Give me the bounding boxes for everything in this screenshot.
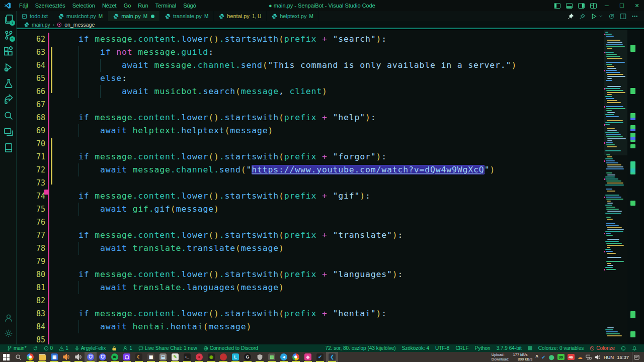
code-line-84[interactable]: 84 await hentai.hentai(message): [17, 320, 604, 333]
speaker-app-icon[interactable]: [72, 352, 85, 362]
scrollbar-track[interactable]: [640, 30, 644, 344]
menu-súgó[interactable]: Súgó: [180, 0, 200, 11]
defender-shield-icon[interactable]: [254, 352, 266, 362]
git-removed-marker[interactable]: [44, 190, 49, 195]
activity-live-share-icon[interactable]: [0, 92, 17, 108]
close-button[interactable]: ✕: [630, 0, 644, 11]
minimap[interactable]: [604, 30, 627, 344]
menu-fájl[interactable]: Fájl: [16, 0, 32, 11]
color-wheel-app-icon[interactable]: [290, 352, 302, 362]
code-line-65[interactable]: 65 else:: [17, 72, 604, 85]
nvidia-app-icon[interactable]: ◉: [205, 352, 217, 362]
code-line-73[interactable]: 73: [17, 176, 604, 190]
tray-cloud-app-icon[interactable]: ☁: [578, 354, 583, 360]
tray-expand-icon[interactable]: ^: [535, 354, 538, 360]
account-icon[interactable]: [0, 310, 17, 326]
volume-mixer-icon[interactable]: [60, 352, 72, 362]
taskbar-search-icon[interactable]: [12, 352, 24, 362]
check-app-icon[interactable]: ✔: [314, 352, 326, 362]
code-line-78[interactable]: 78 await translate.translate(message): [17, 242, 604, 255]
customize-layout-icon[interactable]: [588, 0, 599, 11]
keyboard-language[interactable]: HUN: [604, 354, 614, 360]
activity-search-icon[interactable]: [0, 108, 17, 124]
status-argylefelix[interactable]: ArgyleFelix: [71, 344, 109, 352]
pink-app-icon[interactable]: ◈: [302, 352, 314, 362]
remote-app-icon[interactable]: ⬓: [157, 352, 169, 362]
terminal-app-icon[interactable]: ›_: [181, 352, 193, 362]
overview-ruler[interactable]: [627, 30, 644, 344]
breadcrumb-symbol[interactable]: on_message: [64, 22, 95, 28]
status-sz-k-z-k-4[interactable]: Szóközök: 4: [399, 344, 432, 352]
code-line-74[interactable]: 74 if message.content.lower().startswith…: [17, 190, 604, 203]
code-line-82[interactable]: 82: [17, 294, 604, 307]
status-lock-icon[interactable]: [109, 344, 120, 352]
cpu-temp-badge[interactable]: 46: [568, 354, 575, 360]
history-icon[interactable]: [608, 13, 615, 20]
menu-nézet[interactable]: Nézet: [99, 0, 120, 11]
status-colorize[interactable]: Colorize: [587, 344, 618, 352]
tray-green-app-icon[interactable]: ⬤: [548, 354, 554, 360]
code-line-77[interactable]: 77 if message.content.lower().startswith…: [17, 229, 604, 242]
taskbar-clock[interactable]: 15:37: [617, 354, 629, 360]
run-icon[interactable]: [591, 13, 597, 20]
tab-helptext.py[interactable]: helptext.pyM: [267, 11, 319, 21]
photos-app-icon[interactable]: ▣: [48, 352, 60, 362]
status-utf-8[interactable]: UTF-8: [432, 344, 452, 352]
status-main-[interactable]: main*: [4, 344, 30, 352]
red-dot-app-icon[interactable]: [217, 352, 229, 362]
network-icon[interactable]: [586, 354, 592, 360]
tab-musicbot.py[interactable]: musicbot.pyM: [53, 11, 108, 21]
status-feedback-icon[interactable]: [618, 344, 629, 352]
breadcrumb-file[interactable]: main.py: [32, 22, 50, 28]
activity-files-icon[interactable]: 1: [0, 11, 17, 27]
crescent-app-icon[interactable]: ☾: [133, 352, 145, 362]
code-line-68[interactable]: 68 if message.content.lower().startswith…: [17, 111, 604, 124]
volume-icon[interactable]: [595, 354, 601, 360]
tab-translate.py[interactable]: translate.pyM: [160, 11, 214, 21]
activity-remote-explorer-icon[interactable]: [0, 124, 17, 140]
code-line-66[interactable]: 66 await musicbot.search(message, client…: [17, 85, 604, 98]
activity-run-debug-icon[interactable]: [0, 59, 17, 75]
code-line-63[interactable]: 63 if not message.guild:: [17, 46, 604, 59]
code-editor[interactable]: 62 if message.content.lower().startswith…: [17, 30, 604, 344]
status-3-7-9-64-bit[interactable]: 3.7.9 64-bit: [494, 344, 525, 352]
toggle-secondary-sidebar-icon[interactable]: [576, 0, 587, 11]
spotify-icon[interactable]: ≋: [109, 352, 121, 362]
activity-notebook-icon[interactable]: [0, 140, 17, 156]
activity-extensions-icon[interactable]: [0, 43, 17, 59]
code-line-67[interactable]: 67: [17, 98, 604, 111]
pixel-app-icon[interactable]: ▦: [145, 352, 157, 362]
activity-source-control-icon[interactable]: 5: [0, 27, 17, 43]
status-python[interactable]: Python: [472, 344, 494, 352]
minimize-button[interactable]: ─: [600, 0, 614, 11]
tab-hentai.py[interactable]: hentai.py1, U: [214, 11, 267, 21]
code-line-72[interactable]: 72 await message.channel.send("https://w…: [17, 163, 604, 176]
status-1[interactable]: 1: [56, 344, 71, 352]
notification-center-icon[interactable]: [632, 352, 641, 362]
discord-icon[interactable]: ᗜ: [85, 352, 97, 362]
menu-selection[interactable]: Selection: [69, 0, 99, 11]
git-modified-gutter[interactable]: [48, 33, 49, 344]
menu-terminal[interactable]: Terminal: [152, 0, 180, 11]
activity-test-beaker-icon[interactable]: [0, 75, 17, 92]
code-line-64[interactable]: 64 await message.channel.send("This comm…: [17, 59, 604, 72]
status-connected-to-discord[interactable]: Connected to Discord: [200, 344, 261, 352]
menu-run[interactable]: Run: [134, 0, 151, 11]
settings-gear-icon[interactable]: [0, 325, 17, 341]
start-button[interactable]: [0, 352, 12, 362]
code-line-71[interactable]: 71 if message.content.lower().startswith…: [17, 150, 604, 163]
status-sync-icon[interactable]: [30, 344, 41, 352]
notepad-app-icon[interactable]: ✎: [169, 352, 181, 362]
code-line-62[interactable]: 62 if message.content.lower().startswith…: [17, 33, 604, 46]
split-editor-icon[interactable]: [620, 13, 626, 20]
toggle-sidebar-icon[interactable]: [551, 0, 562, 11]
code-line-69[interactable]: 69 await helptext.helptext(message): [17, 124, 604, 137]
maximize-button[interactable]: ☐: [615, 0, 629, 11]
status-72-sor-80-oszlop-43-kije[interactable]: 72. sor, 80. oszlop (43 kijelölve): [322, 344, 398, 352]
toggle-panel-icon[interactable]: [564, 0, 575, 11]
tab-todo.txt[interactable]: todo.txt: [17, 11, 53, 21]
code-line-83[interactable]: 83 if message.content.lower().startswith…: [17, 307, 604, 320]
code-line-79[interactable]: 79: [17, 255, 604, 268]
purple-app-icon[interactable]: ▢: [121, 352, 133, 362]
logitech-hub-icon[interactable]: L: [229, 352, 242, 362]
